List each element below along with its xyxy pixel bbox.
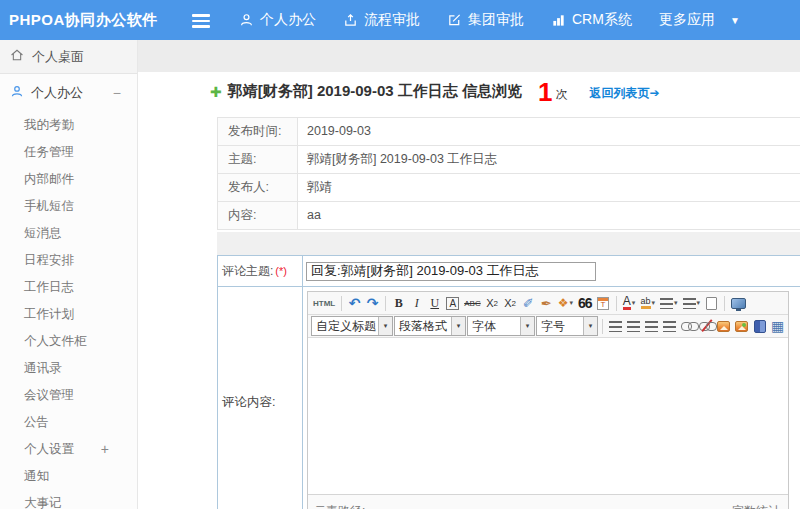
content-panel: ✚ 郭靖[财务部] 2019-09-03 工作日志 信息浏览 1 次 返回列表页… <box>138 72 800 509</box>
sidebar-item-work-plan[interactable]: 工作计划 <box>0 301 137 328</box>
sidebar-item-personal-file-cabinet[interactable]: 个人文件柜 <box>0 328 137 355</box>
log-info-table: 发布时间: 2019-09-03 主题: 郭靖[财务部] 2019-09-03 … <box>217 117 800 230</box>
comment-subject-label: 评论主题: (*) <box>218 256 303 286</box>
align-center-button[interactable] <box>625 317 642 336</box>
toolbar-separator <box>616 296 617 311</box>
plus-icon: ✚ <box>210 84 222 100</box>
content-value: aa <box>298 202 800 229</box>
highlight-color-button[interactable]: ab▾ <box>639 294 658 313</box>
comment-form: 评论主题: (*) 评论内容: HTML ↶ ↷ <box>217 255 800 509</box>
sidebar-item-address-book[interactable]: 通讯录 <box>0 355 137 382</box>
table-row: 内容: aa <box>218 202 800 230</box>
italic-button[interactable]: I <box>408 294 425 313</box>
subscript-button[interactable]: X2 <box>502 294 519 313</box>
nav-group-approval[interactable]: 集团审批 <box>447 11 524 29</box>
editor-toolbar-row1: HTML ↶ ↷ B I U A ABC X2 X2 ✐ <box>308 292 788 315</box>
sidebar-item-personal-settings[interactable]: 个人设置 + <box>0 436 137 463</box>
font-color-button[interactable]: A▾ <box>621 294 638 313</box>
page-title: 郭靖[财务部] 2019-09-03 工作日志 信息浏览 <box>228 82 522 101</box>
expand-icon[interactable]: + <box>101 436 109 463</box>
nav-personal-office[interactable]: 个人办公 <box>239 11 316 29</box>
undo-button[interactable]: ↶ <box>346 294 363 313</box>
sidebar-item-announcement[interactable]: 公告 <box>0 409 137 436</box>
comment-content-cell: HTML ↶ ↷ B I U A ABC X2 X2 ✐ <box>303 287 800 509</box>
editor-content-area[interactable] <box>308 338 788 494</box>
user-icon <box>239 12 254 28</box>
top-navigation-bar: PHPOA协同办公软件 个人办公 流程审批 集团审批 CRM系统 更多应用 ▼ <box>0 0 800 40</box>
table-row: 主题: 郭靖[财务部] 2019-09-03 工作日志 <box>218 146 800 174</box>
superscript-button[interactable]: X2 <box>484 294 501 313</box>
sidebar-group-personal-office[interactable]: 个人办公 − <box>0 74 137 112</box>
font-family-select[interactable]: 字体▾ <box>467 316 535 336</box>
link-icon[interactable] <box>679 317 696 336</box>
nav-workflow-approval[interactable]: 流程审批 <box>343 11 420 29</box>
custom-heading-select[interactable]: 自定义标题▾ <box>311 316 393 336</box>
subject-label: 主题: <box>218 146 298 173</box>
font-size-select[interactable]: 字号▾ <box>536 316 598 336</box>
sidebar-item-personal-desktop[interactable]: 个人桌面 <box>0 40 137 74</box>
top-nav-menu: 个人办公 流程审批 集团审批 CRM系统 更多应用 ▼ <box>239 0 740 40</box>
ordered-list-button[interactable]: ▾ <box>658 294 680 313</box>
comment-content-row: 评论内容: HTML ↶ ↷ B I U A A <box>218 287 800 509</box>
rich-text-editor: HTML ↶ ↷ B I U A ABC X2 X2 ✐ <box>307 291 789 509</box>
publisher-label: 发布人: <box>218 174 298 201</box>
font-border-button[interactable]: A <box>444 294 461 313</box>
comment-content-label: 评论内容: <box>218 287 303 509</box>
sidebar-item-major-events[interactable]: 大事记 <box>0 490 137 509</box>
subject-value: 郭靖[财务部] 2019-09-03 工作日志 <box>298 146 800 173</box>
align-right-button[interactable] <box>643 317 660 336</box>
sidebar-item-internal-mail[interactable]: 内部邮件 <box>0 166 137 193</box>
user-icon <box>10 84 24 102</box>
sidebar-item-notification[interactable]: 通知 <box>0 463 137 490</box>
content-label: 内容: <box>218 202 298 229</box>
collapse-icon[interactable]: − <box>113 85 121 101</box>
auto-typeset-icon[interactable]: ❖▾ <box>556 294 575 313</box>
back-to-list-link[interactable]: 返回列表页➔ <box>589 85 659 102</box>
align-justify-button[interactable] <box>661 317 678 336</box>
sidebar-item-schedule[interactable]: 日程安排 <box>0 247 137 274</box>
edit-icon <box>447 12 462 28</box>
sidebar-item-my-attendance[interactable]: 我的考勤 <box>0 112 137 139</box>
html-source-button[interactable]: HTML <box>311 294 337 313</box>
paste-plain-text-icon[interactable]: T <box>595 294 612 313</box>
word-count-label[interactable]: 字数统计 <box>732 503 780 509</box>
insert-table-icon[interactable]: ▦ <box>769 317 786 336</box>
strikethrough-button[interactable]: ABC <box>462 294 482 313</box>
align-left-button[interactable] <box>607 317 624 336</box>
sidebar-item-short-message[interactable]: 短消息 <box>0 220 137 247</box>
nav-crm-system[interactable]: CRM系统 <box>551 11 632 29</box>
toolbar-separator <box>341 296 342 311</box>
share-up-icon <box>343 12 358 28</box>
app-logo: PHPOA协同办公软件 <box>9 11 158 30</box>
caret-down-icon: ▾ <box>451 317 465 335</box>
blockquote-button[interactable]: 66 <box>576 294 594 313</box>
comment-subject-input[interactable] <box>306 262 596 281</box>
unordered-list-button[interactable]: ▾ <box>681 294 703 313</box>
screenshot-icon[interactable] <box>733 317 750 336</box>
redo-button[interactable]: ↷ <box>364 294 381 313</box>
unlink-icon[interactable] <box>697 317 714 336</box>
table-row: 发布人: 郭靖 <box>218 174 800 202</box>
new-page-icon[interactable] <box>703 294 720 313</box>
nav-more-apps[interactable]: 更多应用 ▼ <box>659 11 740 29</box>
sidebar-item-meeting-management[interactable]: 会议管理 <box>0 382 137 409</box>
fullscreen-icon[interactable] <box>729 294 748 313</box>
publisher-value: 郭靖 <box>298 174 800 201</box>
sidebar-item-work-log[interactable]: 工作日志 <box>0 274 137 301</box>
sidebar-item-mobile-sms[interactable]: 手机短信 <box>0 193 137 220</box>
bold-button[interactable]: B <box>390 294 407 313</box>
underline-button[interactable]: U <box>426 294 443 313</box>
editor-status-bar: 元素路径: 字数统计 <box>308 494 788 509</box>
paragraph-format-select[interactable]: 段落格式▾ <box>394 316 466 336</box>
caret-down-icon: ▾ <box>520 317 534 335</box>
insert-media-icon[interactable] <box>751 317 768 336</box>
sidebar-item-task-management[interactable]: 任务管理 <box>0 139 137 166</box>
menu-icon[interactable] <box>192 14 210 31</box>
element-path-label: 元素路径: <box>314 503 365 509</box>
publish-time-label: 发布时间: <box>218 118 298 145</box>
caret-down-icon: ▾ <box>378 317 392 335</box>
insert-image-icon[interactable] <box>715 317 732 336</box>
comment-subject-row: 评论主题: (*) <box>218 256 800 287</box>
format-painter-icon[interactable]: ✒ <box>538 294 555 313</box>
remove-format-icon[interactable]: ✐ <box>520 294 537 313</box>
